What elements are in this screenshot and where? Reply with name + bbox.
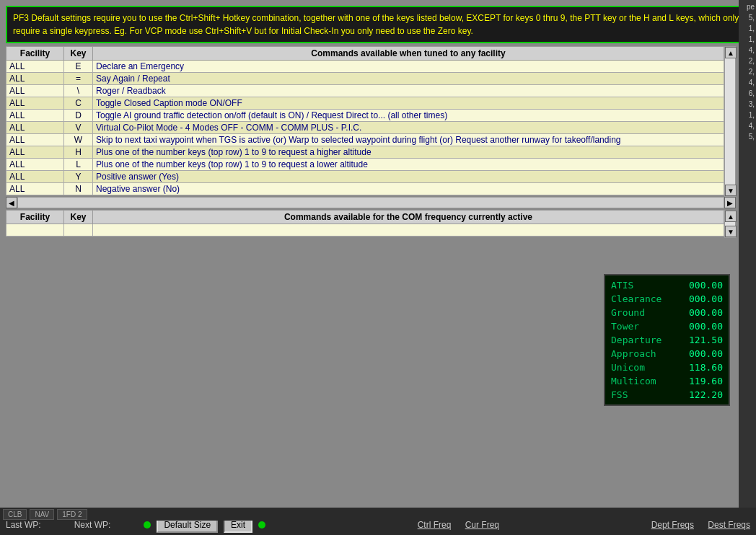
command-cell: Positive answer (Yes) [93, 171, 724, 183]
freq-row: Unicom118.60 [608, 361, 726, 374]
cur-freq-link[interactable]: Cur Freq [465, 520, 499, 530]
key-cell: E [64, 61, 93, 73]
freq-value: 000.00 [689, 280, 723, 291]
next-wp-label: Next WP: [74, 520, 111, 530]
table-row: ALL = Say Again / Repeat [6, 73, 724, 85]
sidebar-label-2: 1, [739, 23, 756, 34]
command-cell: Skip to next taxi waypoint when TGS is a… [93, 134, 724, 146]
freq-row: ATIS000.00 [608, 278, 726, 292]
facility-cell: ALL [6, 97, 64, 110]
taskbar-nav[interactable]: NAV [30, 509, 54, 520]
freq-label: Clearance [611, 293, 662, 304]
freq-value: 000.00 [689, 293, 723, 304]
main-content: Facility Key Commands available when tun… [6, 46, 736, 238]
sidebar-label-8: 6, [739, 88, 756, 99]
table1-col1: Facility [6, 47, 64, 61]
command-cell: Toggle Closed Caption mode ON/OFF [93, 97, 724, 110]
table1-wrapper: Facility Key Commands available when tun… [6, 46, 736, 197]
freq-label: Tower [611, 321, 639, 332]
command-cell: Declare an Emergency [93, 61, 724, 73]
last-wp-label: Last WP: [6, 520, 41, 530]
key-cell: D [64, 110, 93, 122]
freq-value: 000.00 [689, 321, 723, 332]
sidebar-label-7: 4, [739, 77, 756, 88]
key-cell: Y [64, 171, 93, 183]
key-cell: H [64, 146, 93, 159]
freq-label: Unicom [611, 362, 645, 373]
sidebar-label-3: 1, [739, 34, 756, 45]
command-cell: Virtual Co-Pilot Mode - 4 Modes OFF - CO… [93, 122, 724, 134]
table-row: ALL E Declare an Emergency [6, 61, 724, 73]
table-row: ALL W Skip to next taxi waypoint when TG… [6, 134, 724, 146]
table2-scrollbar[interactable]: ▲ ▼ [724, 210, 736, 238]
freq-row: Departure121.50 [608, 333, 726, 347]
facility-cell: ALL [6, 183, 64, 195]
table-row: ALL N Negative answer (No) [6, 183, 724, 195]
scroll-down-btn[interactable]: ▼ [725, 185, 737, 196]
facility-cell: ALL [6, 73, 64, 85]
key-cell: W [64, 134, 93, 146]
freq-label: Ground [611, 307, 645, 318]
freq-value: 122.20 [689, 389, 723, 400]
freq-value: 121.50 [689, 335, 723, 345]
dest-freqs-link[interactable]: Dest Freqs [708, 520, 750, 530]
command-cell: Roger / Readback [93, 85, 724, 97]
led-left [144, 521, 151, 529]
commands-all-table: Facility Key Commands available when tun… [6, 46, 724, 195]
right-sidebar: pe 5, 1, 1, 4, 2, 2, 4, 6, 3, 1, 4, 5, [739, 0, 756, 535]
table1-col3: Commands available when tuned to any fac… [93, 47, 724, 61]
facility-cell: ALL [6, 159, 64, 171]
sidebar-label-5: 2, [739, 56, 756, 66]
facility-cell: ALL [6, 134, 64, 146]
table2-col2: Key [64, 211, 93, 224]
freq-row: Tower000.00 [608, 319, 726, 333]
sidebar-label-11: 4, [739, 120, 756, 131]
key-cell: L [64, 159, 93, 171]
ctrl-freq-link[interactable]: Ctrl Freq [418, 520, 452, 530]
table2-col3: Commands available for the COM frequency… [93, 211, 724, 224]
table2-scroll-down[interactable]: ▼ [725, 226, 737, 237]
freq-row: Ground000.00 [608, 306, 726, 319]
freq-value: 119.60 [689, 376, 723, 386]
notice-text: PF3 Default settings require you to use … [13, 13, 739, 36]
key-cell: N [64, 183, 93, 195]
facility-cell: ALL [6, 61, 64, 73]
command-cell: Say Again / Repeat [93, 73, 724, 85]
table1-col2: Key [64, 47, 93, 61]
taskbar-clb[interactable]: CLB [3, 509, 27, 520]
freq-label: Multicom [611, 376, 656, 386]
sidebar-label-6: 2, [739, 66, 756, 77]
command-cell: Toggle AI ground traffic detection on/of… [93, 110, 724, 122]
commands-com-table: Facility Key Commands available for the … [6, 210, 724, 236]
sidebar-label-10: 1, [739, 110, 756, 120]
led-right [258, 521, 265, 529]
freq-row: Approach000.00 [608, 347, 726, 361]
sidebar-label-4: 4, [739, 45, 756, 56]
last-wp-value [47, 520, 69, 530]
taskbar: CLB NAV 1FD 2 [0, 508, 756, 521]
facility-cell: ALL [6, 146, 64, 159]
scroll-up-btn[interactable]: ▲ [725, 47, 737, 58]
table1-scrollbar[interactable]: ▲ ▼ [724, 46, 736, 197]
facility-cell: ALL [6, 85, 64, 97]
hscroll-right-btn[interactable]: ▶ [724, 197, 736, 208]
freq-row: Multicom119.60 [608, 374, 726, 388]
hscroll-left-btn[interactable]: ◀ [6, 197, 17, 208]
taskbar-1fd2[interactable]: 1FD 2 [57, 509, 87, 520]
table2-scroll-up[interactable]: ▲ [725, 211, 737, 222]
table-row: ALL L Plus one of the number keys (top r… [6, 159, 724, 171]
sidebar-label-9: 3, [739, 99, 756, 110]
table-row: ALL C Toggle Closed Caption mode ON/OFF [6, 97, 724, 110]
freq-value: 000.00 [689, 307, 723, 318]
freq-label: FSS [611, 389, 628, 400]
dept-freqs-link[interactable]: Dept Freqs [651, 520, 694, 530]
table-row: ALL Y Positive answer (Yes) [6, 171, 724, 183]
table2-col1: Facility [6, 211, 64, 224]
table1-hscroll: ◀ ▶ [6, 197, 736, 208]
sidebar-label-1: 5, [739, 12, 756, 23]
facility-cell: ALL [6, 171, 64, 183]
frequency-panel: ATIS000.00Clearance000.00Ground000.00Tow… [604, 274, 730, 406]
freq-value: 118.60 [689, 362, 723, 373]
facility-cell: ALL [6, 122, 64, 134]
table-row: ALL D Toggle AI ground traffic detection… [6, 110, 724, 122]
